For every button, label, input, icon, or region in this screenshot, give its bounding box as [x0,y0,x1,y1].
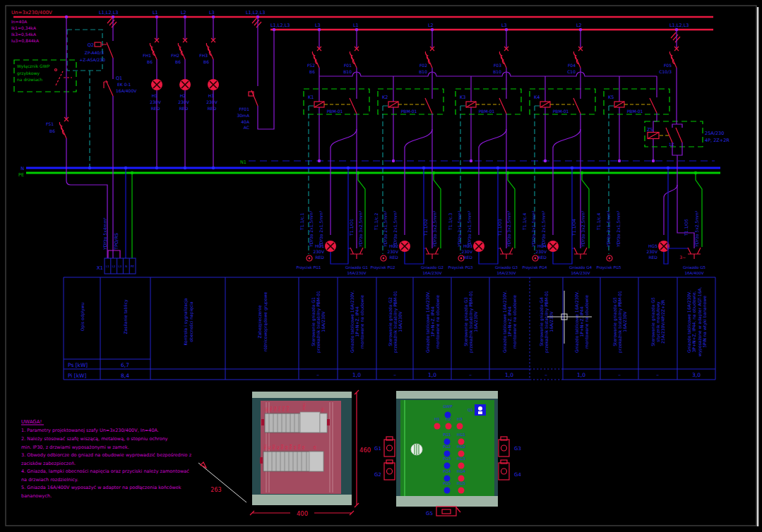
hg2-voltage: 230V [387,249,398,254]
svg-text:K5: K5 [302,445,305,449]
f02-rating: B10 [419,69,427,74]
fh2-label: FH2 [171,53,179,58]
svg-text:FH2: FH2 [282,406,285,411]
bus2-label-5: L2 [576,23,582,28]
k4-type: PBM-01 [553,109,569,114]
door-h2-lamp [446,423,452,430]
q1-type2: 16A/400V [116,88,137,93]
hg5-color: RED [648,255,657,260]
svg-text:Gniazdo tablicowe 16A/230V,: Gniazdo tablicowe 16A/230V, [350,291,355,353]
x1-t3: L3 [119,265,122,268]
svg-text:1,0: 1,0 [352,372,361,378]
th-12: Gniazdo tablicowe 16A/230V,1P+N+Z, IP44m… [574,291,589,353]
f01-label: F01 [344,63,352,68]
fh3-label: FH3 [199,53,208,58]
svg-text:1P+N+Z, IP44: 1P+N+Z, IP44 [507,306,512,337]
c1-cable-b: YDYżo 2x1,5mm² [319,210,323,248]
c3-cable-tag: T1.1/c.3 [448,213,453,231]
g5-caption: Gniazdo G5 [683,265,706,270]
k2-label: K2 [382,95,388,100]
c3-cable-b: YDYżo 2x1,5mm² [467,210,472,248]
svg-text:K4: K4 [293,445,297,449]
k1-label: K1 [308,95,314,100]
hg5-voltage: 230V [646,249,657,254]
c5-cable-a: YDYżo 2x1,5mm² [606,210,611,248]
svg-text:25A/230V/4P/2Z+2R: 25A/230V/4P/2Z+2R [660,300,665,344]
main-buses [13,17,720,173]
ff01-label: FF01 [239,107,249,111]
pg1-caption: Przycisk PG1 [296,265,321,270]
n-bus-label: N [20,166,24,171]
svg-text:16A/230V: 16A/230V [622,310,627,332]
door-g1-label: G1 [374,446,381,452]
c1-cable-tag: T1.1/c.1 [299,213,304,231]
svg-text:K3: K3 [285,445,288,449]
note-2b: min. IP30, z drzwiami wyposażonymi w zam… [21,445,129,450]
door-h1-label: H1 [434,417,440,421]
o5-cable-tag: T1.1/O5 [684,219,689,236]
pi-row-label: Pi [kW] [68,373,87,379]
svg-text:PG4: PG4 [443,469,451,473]
bus1-label-2: L2 [181,10,186,16]
th-10: Gniazdo tablicowe 16A/230V,1P+N+Z, IP44m… [502,291,517,353]
k5-label: K5 [608,95,614,100]
svg-text:–: – [469,372,472,378]
fs1-label: FS1 [46,121,54,126]
door-g5-label: G5 [426,511,433,516]
fs1-rating: B6 [49,128,55,133]
bus1-label-4: L1,L2,L3 [246,10,265,16]
h3-voltage: 230V [206,99,218,104]
c4-cable-tag: T1.1/c.4 [522,213,527,231]
k2-type: PBM-01 [401,109,417,114]
svg-text:16A/230V: 16A/230V [321,310,326,332]
f04-rating: C10 [567,69,576,74]
svg-text:F01: F01 [263,444,267,449]
svg-text:1P+N+Z, IP44: 1P+N+Z, IP44 [430,306,435,337]
z5-note1: 25A/230 [705,131,724,136]
x1-terminal-block: X1 L1 L2 L3 N PE YDYżo 5x4mm² TPO/RS [97,167,136,274]
svg-text:Z5: Z5 [313,445,316,449]
g1-rating: 16A/230V [347,271,367,275]
gwp-line2: grzybkowy [17,71,40,76]
z5-aux-label: 1Z [669,142,674,147]
th-3: Kontrola i sygnalizacjaobecności napięci… [183,298,194,345]
hg4-color: RED [537,255,547,260]
param-iu3: Iu3=0,844kA [11,38,40,43]
svg-text:F03: F03 [280,444,284,449]
q1-switch-icon [475,404,486,416]
bus2-label-6: L1,L2,L3 [669,23,689,28]
hg1-color: RED [315,255,324,260]
o4-cable-tag: T1.1/O4 [571,219,576,236]
z5-label: Z5 [647,127,653,133]
th-6: Gniazdo tablicowe 16A/230V,1P+N+Z, IP44m… [350,291,364,353]
x1-cable-label: YDYżo 5x4mm² [102,217,107,250]
bus1-label-0: L1,L2,L3 [99,10,118,16]
svg-text:HG3: HG3 [457,457,465,461]
circuit-g3: F03 B10 HG3 230V RED Przycisk PG3 Gniazd… [448,30,518,275]
h2-label: H2 [180,93,186,98]
svg-text:montowane na obudowie: montowane na obudowie [512,295,517,349]
door-g4-label: G4 [514,472,521,478]
svg-text:16A/230V: 16A/230V [473,310,478,332]
pi-value: 8,4 [121,373,129,379]
f04-label: F04 [568,63,576,68]
svg-text:różnicowoprądowe grupowe: różnicowoprądowe grupowe [263,292,268,352]
note-2: 2. Należy stosować szafę wiszącą, metalo… [21,436,168,442]
fs2-rating: B6 [309,69,315,74]
svg-text:Gniazdo tablicowe 16A/230V,: Gniazdo tablicowe 16A/230V, [574,291,579,353]
f03-rating: B10 [493,69,501,74]
note-1: 1. Parametry projektowanej szafy Un=3x23… [21,428,159,433]
door-h3-lamp [457,423,463,430]
dimension-263: 263 [198,462,246,502]
svg-text:montowane na obudowie: montowane na obudowie [359,295,364,349]
h2-voltage: 230V [178,99,189,104]
k3-label: K3 [460,95,465,100]
bus2-label-0: L1,L2,L3 [270,23,290,28]
svg-text:obecności napięcia: obecności napięcia [189,301,194,342]
svg-text:F04: F04 [289,444,292,449]
gwp-line3: na drzwiach [17,77,42,82]
c5-cable-b: YDYżo 2x1,5mm² [616,210,621,248]
svg-text:K2: K2 [276,445,280,449]
c2-cable-tag: T1.1/c.2 [374,213,379,231]
pg4-caption: Przycisk PG4 [522,265,547,270]
